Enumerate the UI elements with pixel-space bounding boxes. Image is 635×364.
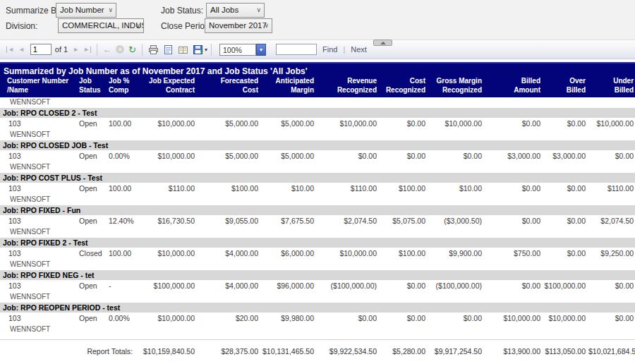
column-header: AnticipatedMargin: [260, 77, 315, 97]
report-title-row: Summarized by Job Number as of November …: [0, 63, 635, 77]
last-page-icon[interactable]: ►: [83, 47, 91, 53]
report-table: Summarized by Job Number as of November …: [0, 62, 635, 357]
chevron-down-icon: ∨: [256, 6, 261, 13]
chevron-down-icon: ∨: [264, 22, 269, 29]
find-button[interactable]: Find: [322, 45, 337, 54]
toolbar-separator: [142, 44, 143, 56]
report-toolbar: ◄ ◄ of 1 ► ► ← × ↻ ▾ 100% ▾ Find | Next: [0, 40, 635, 59]
report-total-value: $10,131,465.50: [260, 346, 315, 357]
customer-name-row: WENNSOFT: [0, 195, 635, 205]
job-status-dropdown[interactable]: All Jobs ∨: [206, 3, 265, 18]
job-data-row: 103Closed100.00$10,000.00$4,000.00$6,000…: [0, 248, 635, 260]
export-save-icon[interactable]: [193, 44, 203, 55]
previous-page-icon[interactable]: ◄: [18, 47, 25, 53]
job-data-row: 103Open12.40%$16,730.50$9,055.00$7,675.5…: [0, 215, 635, 227]
job-group-header: Job: RPO FIXED - Fun: [0, 205, 635, 215]
report-totals-label: Report Totals:: [0, 346, 135, 357]
report-total-value: $9,917,254.50: [427, 346, 483, 357]
customer-name-row: WENNSOFT: [0, 97, 635, 107]
report-total-value: $10,159,840.50: [135, 346, 196, 357]
division-label: Division:: [6, 21, 37, 31]
find-next-separator: |: [343, 45, 345, 54]
column-header: JobStatus: [78, 77, 107, 97]
totals-divider: [0, 339, 635, 346]
summarize-by-value: Job Number: [60, 6, 104, 14]
customer-name-row: WENNSOFT: [0, 260, 635, 269]
column-header: OverBilled: [542, 77, 587, 97]
column-header: UnderBilled: [587, 77, 635, 97]
chevron-down-icon[interactable]: ▾: [256, 44, 266, 56]
job-status-label: Job Status:: [161, 6, 203, 16]
find-input[interactable]: [276, 44, 317, 55]
column-header: CostRecognized: [378, 77, 427, 97]
division-dropdown[interactable]: COMMERCIAL, INDUS ∨: [58, 18, 144, 33]
report-total-value: $28,375.00: [196, 346, 260, 357]
report-totals-row: Report Totals:$10,159,840.50$28,375.00$1…: [0, 346, 635, 357]
report-total-value: $113,050.00: [542, 346, 587, 357]
next-button[interactable]: Next: [351, 45, 367, 54]
job-data-row: 103Open100.00$110.00$100.00$10.00$110.00…: [0, 183, 635, 195]
print-layout-icon[interactable]: [163, 44, 174, 55]
job-data-row: 103Open0.00%$10,000.00$20.00$9,980.00$0.…: [0, 313, 635, 324]
job-data-row: 103Open0.00%$10,000.00$5,000.00$5,000.00…: [0, 150, 635, 162]
summarize-by-label: Summarize By:: [6, 6, 63, 16]
zoom-select[interactable]: 100% ▾: [219, 44, 266, 56]
customer-name-row: WENNSOFT: [0, 162, 635, 172]
job-data-row: 103Open-$100,000.00$4,000.00$96,000.00($…: [0, 280, 635, 292]
toolbar-separator: [211, 44, 212, 56]
page-number-input[interactable]: [30, 44, 52, 55]
job-group-header: Job: RPO CLOSED 2 - Test: [0, 107, 635, 118]
close-period-value: November 2017: [209, 21, 267, 30]
parameters-collapse-handle[interactable]: [373, 40, 392, 46]
column-header: Job %Comp: [107, 77, 135, 97]
close-period-dropdown[interactable]: November 2017 ∨: [205, 18, 272, 33]
column-header: BilledAmount: [483, 77, 542, 97]
report-total-value: $9,922,534.50: [315, 346, 378, 357]
job-group-header: Job: RPO FIXED NEG - tet: [0, 269, 635, 280]
close-period-label: Close Period: [161, 21, 210, 31]
collapse-arrow-icon: [380, 42, 386, 44]
zoom-value: 100%: [219, 44, 256, 56]
first-page-icon[interactable]: ◄: [6, 47, 14, 53]
page-setup-icon[interactable]: [178, 44, 188, 55]
report-rows: WENNSOFTJob: RPO CLOSED 2 - Test103Open1…: [0, 97, 635, 334]
cancel-icon[interactable]: ×: [116, 45, 124, 54]
chevron-down-icon: ∨: [135, 22, 140, 29]
job-status-value: All Jobs: [210, 6, 238, 14]
report-title: Summarized by Job Number as of November …: [0, 63, 635, 77]
print-icon[interactable]: [148, 44, 159, 55]
customer-name-row: WENNSOFT: [0, 324, 635, 334]
report-header: Summarized by Job Number as of November …: [0, 63, 635, 97]
customer-name-row: WENNSOFT: [0, 227, 635, 237]
division-value: COMMERCIAL, INDUS: [62, 21, 144, 30]
customer-name-row: WENNSOFT: [0, 292, 635, 302]
summarize-by-dropdown[interactable]: Job Number ∨: [56, 3, 116, 18]
customer-name-row: WENNSOFT: [0, 130, 635, 140]
column-header-row: Customer Number/NameJobStatusJob %CompJo…: [0, 77, 635, 97]
toolbar-separator: [97, 44, 97, 56]
job-group-header: Job: RPO CLOSED JOB - Test: [0, 140, 635, 150]
column-header: RevenueRecognized: [315, 77, 378, 97]
parameters-panel: Summarize By: Job Number ∨ Job Status: A…: [0, 0, 635, 40]
column-header: Job ExpectedContract: [135, 77, 196, 97]
chevron-down-icon: ∨: [108, 6, 113, 13]
report-viewer-window: Summarize By: Job Number ∨ Job Status: A…: [0, 0, 635, 364]
column-header: Customer Number/Name: [0, 77, 78, 97]
report-total-value: $5,280.00: [378, 346, 427, 357]
next-page-icon[interactable]: ►: [73, 47, 79, 53]
report-total-value: $13,900.00: [483, 346, 542, 357]
column-header: ForecastedCost: [196, 77, 260, 97]
export-caret-icon[interactable]: ▾: [205, 47, 207, 53]
job-data-row: 103Open100.00$10,000.00$5,000.00$5,000.0…: [0, 118, 635, 130]
job-group-header: Job: RPO COST PLUS - Test: [0, 172, 635, 183]
refresh-icon[interactable]: ↻: [128, 44, 136, 55]
report-area: Summarized by Job Number as of November …: [0, 62, 635, 357]
column-header: Gross MarginRecognized: [427, 77, 483, 97]
report-footer: Report Totals:$10,159,840.50$28,375.00$1…: [0, 334, 635, 357]
report-total-value: $10,021,684.50: [587, 346, 635, 357]
job-group-header: Job: RPO REOPEN PERIOD - test: [0, 302, 635, 313]
back-to-parent-icon[interactable]: ←: [103, 44, 111, 54]
job-group-header: Job: RPO FIXED 2 - Test: [0, 237, 635, 248]
page-count-label: of 1: [55, 45, 68, 54]
spacer-row: [0, 334, 635, 339]
